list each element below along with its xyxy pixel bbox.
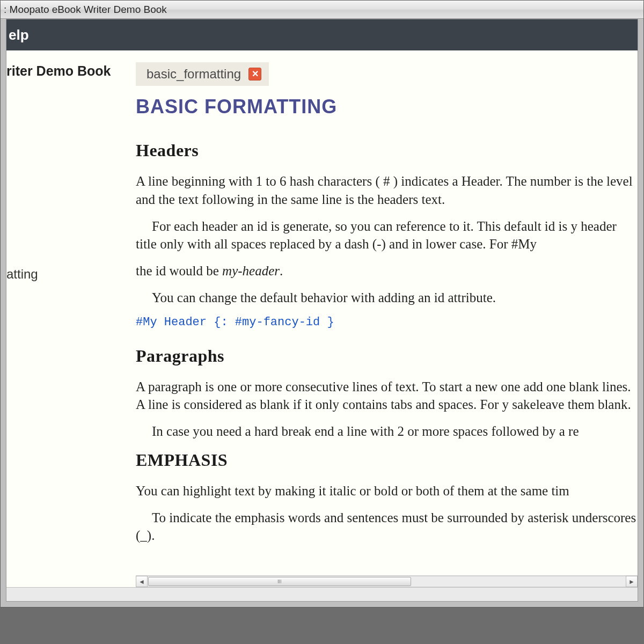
headers-p1: A line beginning with 1 to 6 hash charac… bbox=[136, 172, 638, 209]
sidebar-item-active[interactable] bbox=[6, 208, 122, 231]
status-bar bbox=[6, 587, 638, 601]
tab-basic-formatting[interactable]: basic_formatting bbox=[136, 62, 269, 86]
title-bar[interactable]: : Moopato eBook Writer Demo Book bbox=[1, 1, 643, 19]
heading-headers: Headers bbox=[136, 141, 638, 160]
window-title: : Moopato eBook Writer Demo Book bbox=[4, 4, 167, 16]
scroll-right-icon[interactable]: ► bbox=[626, 576, 638, 587]
headers-p3: the id would be my-header. bbox=[136, 262, 638, 280]
paragraphs-p2: In case you need a hard break end a line… bbox=[136, 422, 638, 441]
headers-p4: You can change the default behavior with… bbox=[136, 289, 638, 307]
sidebar-book-title: riter Demo Book bbox=[6, 60, 122, 95]
paragraphs-p1: A paragraph is one or more consecutive l… bbox=[136, 378, 638, 414]
headers-p3-suffix: . bbox=[280, 264, 283, 278]
horizontal-scrollbar[interactable]: ◄ ► bbox=[136, 575, 638, 587]
emphasis-p2: To indicate the emphasis words and sente… bbox=[136, 509, 638, 545]
page-title: BASIC FORMATTING bbox=[136, 96, 638, 118]
scroll-thumb[interactable] bbox=[148, 577, 411, 586]
emphasis-p1: You can highlight text by making it ital… bbox=[136, 482, 638, 500]
headers-p3-prefix: the id would be bbox=[136, 264, 222, 278]
document-view: BASIC FORMATTING Headers A line beginnin… bbox=[136, 86, 638, 575]
scroll-left-icon[interactable]: ◄ bbox=[136, 576, 148, 587]
tab-label: basic_formatting bbox=[147, 67, 241, 82]
heading-emphasis: EMPHASIS bbox=[136, 450, 638, 470]
headers-p3-em: my-header bbox=[222, 264, 280, 278]
app-window: : Moopato eBook Writer Demo Book elp rit… bbox=[0, 0, 644, 608]
scroll-track[interactable] bbox=[148, 576, 626, 587]
sidebar-item-formatting[interactable]: atting bbox=[6, 262, 122, 286]
headers-p2: For each header an id is generate, so yo… bbox=[136, 217, 638, 254]
headers-code: #My Header {: #my-fancy-id } bbox=[136, 316, 638, 329]
menu-item-help[interactable]: elp bbox=[9, 25, 29, 46]
heading-paragraphs: Paragraphs bbox=[136, 346, 638, 366]
close-icon[interactable] bbox=[248, 68, 261, 80]
menu-bar[interactable]: elp bbox=[6, 19, 638, 50]
sidebar: riter Demo Book atting bbox=[6, 50, 122, 587]
